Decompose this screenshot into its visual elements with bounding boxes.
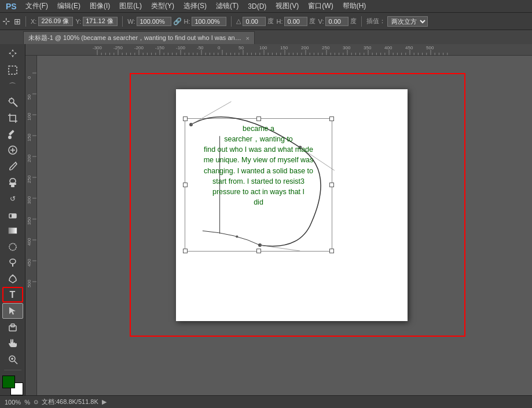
opt-sep-3: [231, 16, 232, 27]
opt-h2-input[interactable]: [284, 17, 307, 26]
handle-tm[interactable]: [256, 116, 261, 121]
menu-select[interactable]: 选择(S): [179, 0, 211, 12]
tool-pen[interactable]: [2, 271, 23, 287]
canvas-area: became a searcher，wanting to find out wh…: [25, 44, 532, 395]
text-line-1: became a: [243, 125, 274, 133]
tab-close-button[interactable]: ×: [246, 35, 250, 42]
handle-mr[interactable]: [329, 183, 334, 187]
svg-line-2: [13, 103, 17, 107]
menu-help[interactable]: 帮助(H): [339, 0, 370, 12]
opt-y-input[interactable]: [83, 17, 118, 26]
handle-bm[interactable]: [256, 249, 261, 253]
svg-rect-7: [8, 130, 14, 136]
svg-rect-16: [9, 228, 17, 234]
toolbar-divider: [4, 370, 21, 370]
status-arrow-right[interactable]: ▶: [102, 398, 107, 406]
menu-3d[interactable]: 3D(D): [244, 1, 270, 12]
color-swatch-area[interactable]: [2, 376, 23, 395]
opt-v-input[interactable]: [325, 17, 348, 26]
svg-point-8: [8, 136, 12, 139]
tool-blur[interactable]: [2, 239, 23, 254]
tool-eraser[interactable]: [2, 207, 23, 223]
tool-lasso[interactable]: ⌒: [2, 78, 23, 94]
move-arrows-icon: ⊹: [2, 16, 10, 27]
opt-h2-label: H:: [276, 18, 282, 25]
opt-y-label: Y:: [75, 18, 81, 25]
svg-line-31: [191, 101, 231, 125]
tool-stamp[interactable]: [2, 175, 23, 191]
opt-angle-label: △: [236, 17, 241, 25]
foreground-color-swatch[interactable]: [2, 376, 15, 388]
svg-marker-21: [9, 307, 16, 315]
document-tab[interactable]: 未标题-1 @ 100% (became a searcher，wanting …: [23, 31, 255, 44]
opt-h-label: H:: [184, 18, 190, 25]
opt-sep-4: [361, 16, 362, 27]
text-line-4: me unique. My view of myself was: [204, 156, 314, 164]
menu-image[interactable]: 图像(I): [86, 0, 114, 12]
svg-rect-13: [11, 185, 14, 187]
tool-eyedropper[interactable]: [2, 126, 23, 142]
opt-w-group: W: 🔗 H:: [127, 17, 226, 26]
options-bar: ⊹ ⊞ X: Y: W: 🔗 H: △ 度 H: 度 V: 度 插值： 两次立方: [0, 13, 532, 30]
tool-magic-wand[interactable]: [2, 94, 23, 110]
opt-deg1: 度: [267, 17, 274, 26]
opt-grid-icon: ⊞: [14, 17, 21, 26]
opt-interp-label: 插值：: [366, 17, 386, 26]
handle-br[interactable]: [329, 249, 334, 253]
text-line-3: find out who I was and what made: [204, 145, 313, 154]
menu-type[interactable]: 类型(Y): [147, 0, 178, 12]
tool-crop[interactable]: [2, 111, 23, 126]
tool-history-brush[interactable]: ↺: [2, 191, 23, 206]
svg-point-17: [9, 243, 16, 250]
opt-angle-input[interactable]: [243, 17, 266, 26]
tool-hand[interactable]: [2, 336, 23, 351]
tool-spot-heal[interactable]: [2, 143, 23, 158]
tool-zoom[interactable]: [2, 352, 23, 367]
status-bar: 100% % ⊙ 文档:468.8K/511.8K ▶: [0, 395, 532, 408]
text-line-2: searcher，wanting to: [224, 135, 293, 143]
tool-rect-select[interactable]: [2, 63, 23, 78]
ruler-top: [25, 44, 532, 56]
menu-file[interactable]: 文件(F): [21, 0, 52, 12]
handle-tl[interactable]: [183, 116, 188, 121]
tool-path-select[interactable]: [2, 303, 23, 319]
handle-bl[interactable]: [183, 249, 188, 253]
opt-v-group: V: 度: [318, 17, 357, 26]
handle-tr[interactable]: [329, 116, 334, 121]
menu-window[interactable]: 窗口(W): [304, 0, 337, 12]
toolbar: ⌒: [0, 44, 25, 395]
handle-ml[interactable]: [183, 183, 188, 187]
menu-filter[interactable]: 滤镜(T): [212, 0, 243, 12]
tool-text[interactable]: T: [2, 287, 23, 303]
text-layer-content[interactable]: became a searcher，wanting to find out wh…: [190, 123, 327, 246]
text-line-8: did: [254, 198, 263, 206]
opt-x-label: X:: [31, 18, 36, 25]
tool-brush[interactable]: [2, 159, 23, 174]
tool-shape[interactable]: [2, 319, 23, 335]
tool-gradient[interactable]: [2, 223, 23, 239]
text-line-6: start from. I started to resist3: [212, 177, 304, 185]
opt-h-input[interactable]: [192, 17, 226, 26]
text-line-5: changing. I wanted a solid base to: [204, 167, 313, 175]
status-icon: ⊙: [34, 399, 38, 405]
opt-deg2: 度: [309, 17, 315, 26]
tool-dodge[interactable]: [2, 255, 23, 271]
opt-interp-group: 插值： 两次立方 两次线性 邻近: [366, 16, 428, 27]
opt-sep-2: [122, 16, 123, 27]
svg-line-25: [14, 361, 17, 364]
svg-marker-0: [9, 49, 17, 57]
menu-edit[interactable]: 编辑(E): [53, 0, 85, 12]
opt-deg3: 度: [350, 17, 357, 26]
menu-view[interactable]: 视图(V): [271, 0, 303, 12]
menu-layer[interactable]: 图层(L): [115, 0, 146, 12]
opt-interp-select[interactable]: 两次立方 两次线性 邻近: [387, 16, 428, 27]
opt-angle-group: △ 度: [236, 17, 274, 26]
svg-point-20: [12, 274, 13, 276]
svg-point-18: [10, 259, 16, 264]
opt-x-group: X:: [31, 17, 73, 26]
opt-w-input[interactable]: [137, 17, 171, 26]
svg-rect-1: [9, 66, 17, 74]
tool-move[interactable]: [2, 46, 23, 62]
opt-x-input[interactable]: [38, 17, 73, 26]
svg-rect-15: [12, 214, 16, 218]
